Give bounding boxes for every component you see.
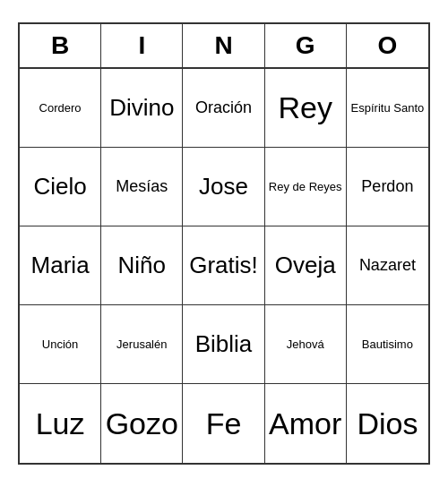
bingo-cell-2-4: Nazaret bbox=[347, 226, 428, 305]
cell-text: Bautisimo bbox=[362, 337, 413, 352]
bingo-cell-0-3: Rey bbox=[265, 69, 347, 148]
bingo-cell-0-0: Cordero bbox=[20, 69, 101, 148]
bingo-cell-4-0: Luz bbox=[20, 384, 101, 463]
bingo-cell-1-2: Jose bbox=[183, 148, 264, 226]
cell-text: Unción bbox=[42, 337, 78, 352]
bingo-cell-2-2: Gratis! bbox=[183, 226, 264, 305]
cell-text: Cordero bbox=[39, 101, 82, 115]
bingo-cell-3-3: Jehová bbox=[265, 305, 347, 384]
cell-text: Amor bbox=[269, 406, 341, 442]
cell-text: Jehová bbox=[287, 337, 324, 352]
bingo-cell-4-3: Amor bbox=[265, 384, 347, 463]
bingo-cell-0-2: Oración bbox=[183, 69, 264, 148]
bingo-cell-0-1: Divino bbox=[101, 69, 183, 148]
cell-text: Jose bbox=[199, 173, 248, 201]
cell-text: Nazaret bbox=[359, 256, 416, 276]
header-cell: O bbox=[347, 24, 428, 67]
bingo-cell-1-4: Perdon bbox=[347, 148, 428, 226]
bingo-cell-3-0: Unción bbox=[20, 305, 101, 384]
bingo-cell-4-2: Fe bbox=[183, 384, 264, 463]
bingo-cell-1-1: Mesías bbox=[101, 148, 183, 226]
header-cell: B bbox=[20, 24, 101, 67]
header-cell: G bbox=[265, 24, 347, 67]
cell-text: Rey bbox=[278, 90, 332, 126]
cell-text: Perdon bbox=[361, 177, 413, 197]
bingo-cell-2-0: Maria bbox=[20, 226, 101, 305]
bingo-cell-0-4: Espíritu Santo bbox=[347, 69, 428, 148]
cell-text: Cielo bbox=[33, 173, 86, 201]
cell-text: Jerusalén bbox=[116, 337, 167, 352]
cell-text: Dios bbox=[357, 406, 418, 442]
bingo-cell-3-1: Jerusalén bbox=[101, 305, 183, 384]
cell-text: Luz bbox=[36, 406, 85, 442]
bingo-cell-3-2: Biblia bbox=[183, 305, 264, 384]
bingo-card: BINGO CorderoDivinoOraciónReyEspíritu Sa… bbox=[18, 22, 430, 465]
cell-text: Maria bbox=[31, 252, 90, 279]
bingo-cell-2-1: Niño bbox=[101, 226, 183, 305]
cell-text: Biblia bbox=[195, 330, 253, 358]
cell-text: Rey de Reyes bbox=[269, 180, 342, 194]
cell-text: Fe bbox=[206, 406, 242, 442]
header-cell: N bbox=[183, 24, 264, 67]
bingo-cell-4-1: Gozo bbox=[101, 384, 183, 463]
cell-text: Gratis! bbox=[189, 252, 258, 279]
bingo-header: BINGO bbox=[20, 24, 428, 69]
bingo-grid: CorderoDivinoOraciónReyEspíritu SantoCie… bbox=[20, 69, 428, 463]
cell-text: Gozo bbox=[106, 406, 178, 442]
bingo-cell-2-3: Oveja bbox=[265, 226, 347, 305]
bingo-cell-1-3: Rey de Reyes bbox=[265, 148, 347, 226]
bingo-cell-1-0: Cielo bbox=[20, 148, 101, 226]
cell-text: Niño bbox=[118, 252, 166, 279]
cell-text: Divino bbox=[109, 94, 174, 122]
cell-text: Espíritu Santo bbox=[351, 101, 425, 115]
bingo-cell-4-4: Dios bbox=[347, 384, 428, 463]
bingo-cell-3-4: Bautisimo bbox=[347, 305, 428, 384]
cell-text: Mesías bbox=[116, 177, 168, 197]
cell-text: Oveja bbox=[275, 252, 336, 279]
header-cell: I bbox=[101, 24, 183, 67]
cell-text: Oración bbox=[195, 98, 252, 118]
